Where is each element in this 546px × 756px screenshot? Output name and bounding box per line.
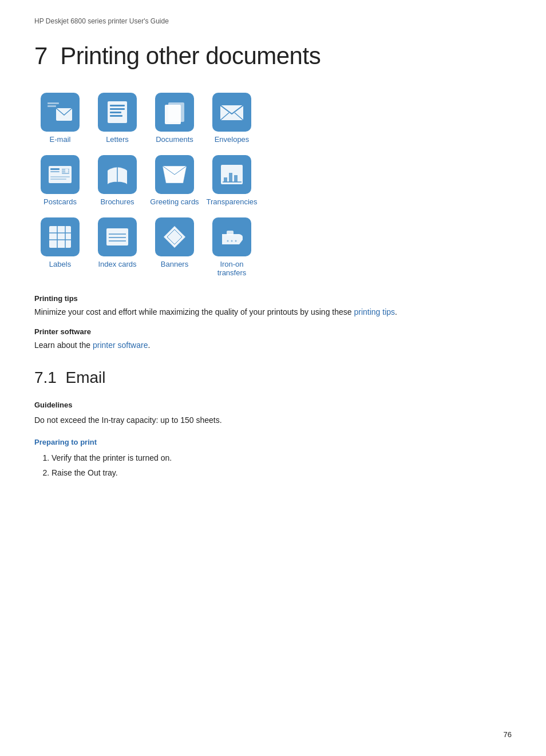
index-cards-icon-box [98, 217, 137, 256]
labels-icon-box [41, 217, 80, 256]
banners-label[interactable]: Banners [161, 260, 188, 268]
svg-rect-24 [234, 175, 238, 182]
tips-section: Printing tips Minimize your cost and eff… [34, 294, 512, 351]
labels-label[interactable]: Labels [49, 260, 71, 268]
letters-icon [103, 98, 132, 126]
chapter-title: 7 Printing other documents [34, 42, 512, 70]
svg-rect-27 [49, 226, 71, 248]
printing-tips-text: Minimize your cost and effort while maxi… [34, 307, 354, 316]
icon-item-iron-on: Iron-on transfers [206, 217, 258, 277]
printer-software-link[interactable]: printer software [93, 341, 148, 350]
svg-rect-4 [110, 105, 125, 106]
svg-rect-9 [165, 105, 181, 124]
iron-on-label[interactable]: Iron-on transfers [206, 260, 258, 277]
icon-item-postcards: Postcards [34, 155, 86, 206]
icon-item-labels: Labels [34, 217, 86, 268]
step-2: Raise the Out tray. [52, 466, 512, 480]
svg-rect-7 [110, 115, 122, 117]
icon-item-documents: Documents [149, 93, 200, 144]
subsection-title: 7.1 Email [34, 369, 512, 387]
svg-rect-36 [227, 231, 234, 235]
icon-row-3: Labels Index cards [34, 217, 512, 277]
transparencies-icon-box [212, 155, 251, 194]
icon-item-index-cards: Index cards [92, 217, 143, 268]
preparing-steps-list: Verify that the printer is turned on. Ra… [52, 451, 512, 480]
svg-rect-32 [106, 228, 128, 246]
greeting-cards-icon [160, 160, 189, 189]
svg-rect-15 [50, 176, 70, 177]
breadcrumb: HP Deskjet 6800 series printer User's Gu… [34, 17, 512, 25]
icon-item-banners: Banners [149, 217, 200, 268]
icon-item-greeting-cards: Greeting cards [149, 155, 200, 206]
svg-rect-20 [65, 169, 68, 173]
subsection-number: 7.1 [34, 369, 57, 386]
printer-software-end: . [148, 341, 150, 350]
svg-rect-13 [50, 168, 60, 170]
printing-tips-end: . [395, 307, 397, 316]
icon-grid: E-mail Letters [34, 93, 512, 277]
documents-icon-box [155, 93, 194, 132]
svg-point-38 [231, 240, 233, 242]
email-label[interactable]: E-mail [50, 135, 71, 144]
step-1: Verify that the printer is turned on. [52, 451, 512, 465]
banners-icon [160, 223, 189, 251]
postcards-label[interactable]: Postcards [43, 197, 77, 206]
svg-point-37 [227, 240, 229, 242]
iron-on-icon-box [212, 217, 251, 256]
printer-software-heading: Printer software [34, 327, 512, 336]
icon-item-brochures: Brochures [92, 155, 143, 206]
svg-rect-0 [48, 102, 59, 104]
transparencies-icon [217, 160, 246, 189]
email-icon [46, 98, 74, 126]
brochures-label[interactable]: Brochures [100, 197, 134, 206]
greeting-cards-label[interactable]: Greeting cards [150, 197, 199, 206]
greeting-cards-icon-box [155, 155, 194, 194]
letters-icon-box [98, 93, 137, 132]
printing-tips-heading: Printing tips [34, 294, 512, 303]
iron-on-icon [217, 223, 246, 251]
printer-software-text: Learn about the [34, 341, 93, 350]
letters-label[interactable]: Letters [106, 135, 129, 144]
svg-rect-16 [50, 179, 66, 180]
icon-row-2: Postcards Brochures [34, 155, 512, 206]
envelopes-icon [217, 98, 246, 126]
svg-rect-23 [229, 173, 232, 182]
documents-icon [160, 98, 189, 126]
icon-row-1: E-mail Letters [34, 93, 512, 144]
envelopes-label[interactable]: Envelopes [215, 135, 250, 144]
chapter-number: 7 [34, 42, 48, 69]
index-cards-label[interactable]: Index cards [98, 260, 136, 268]
guidelines-heading: Guidelines [34, 401, 512, 409]
icon-item-letters: Letters [92, 93, 143, 144]
printer-software-body: Learn about the printer software. [34, 339, 512, 351]
brochures-icon-box [98, 155, 137, 194]
postcards-icon-box [41, 155, 80, 194]
postcards-icon [46, 160, 74, 189]
svg-rect-22 [224, 177, 227, 182]
svg-rect-14 [50, 171, 60, 172]
svg-rect-1 [48, 105, 56, 107]
printing-tips-body: Minimize your cost and effort while maxi… [34, 306, 512, 318]
index-cards-icon [103, 223, 132, 251]
page-number: 76 [504, 730, 512, 739]
envelopes-icon-box [212, 93, 251, 132]
subsection-title-text: Email [66, 369, 106, 386]
icon-item-envelopes: Envelopes [206, 93, 258, 144]
brochures-icon [103, 160, 132, 189]
labels-icon [46, 223, 74, 251]
printing-tips-link[interactable]: printing tips [354, 307, 395, 316]
transparencies-label[interactable]: Transparencies [206, 197, 257, 206]
svg-rect-5 [110, 108, 125, 110]
chapter-title-text: Printing other documents [60, 42, 321, 69]
preparing-heading: Preparing to print [34, 438, 512, 446]
svg-rect-6 [110, 112, 121, 113]
icon-item-transparencies: Transparencies [206, 155, 258, 206]
banners-icon-box [155, 217, 194, 256]
guidelines-text: Do not exceed the In-tray capacity: up t… [34, 414, 512, 426]
email-icon-box [41, 93, 80, 132]
documents-label[interactable]: Documents [156, 135, 193, 144]
icon-item-email: E-mail [34, 93, 86, 144]
svg-point-39 [235, 240, 237, 242]
